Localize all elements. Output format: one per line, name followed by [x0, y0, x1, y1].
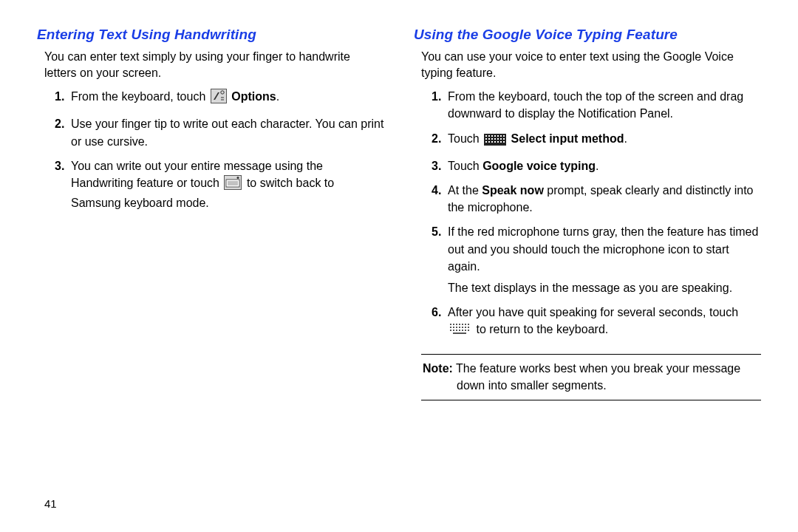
- step-text: Touch: [448, 132, 482, 145]
- svg-rect-40: [453, 327, 454, 328]
- step-text: From the keyboard, touch: [71, 90, 209, 103]
- list-item: 2. Use your finger tip to write out each…: [55, 115, 384, 149]
- svg-rect-12: [488, 135, 490, 137]
- svg-rect-19: [488, 138, 490, 140]
- step-bold: Options: [228, 90, 276, 103]
- svg-rect-34: [456, 324, 457, 325]
- steps-list: 1. From the keyboard, touch Options. 2. …: [55, 88, 384, 211]
- svg-rect-44: [465, 327, 466, 328]
- svg-rect-50: [462, 330, 463, 331]
- step-text: At the: [448, 184, 482, 197]
- step-tail: .: [624, 132, 627, 145]
- svg-rect-15: [497, 135, 499, 137]
- keyboard-mode-icon: [224, 175, 242, 194]
- step-text: After you have quit speaking for several…: [448, 306, 738, 318]
- step-body: Touch Select input method.: [448, 132, 627, 145]
- step-body: Use your finger tip to write out each ch…: [71, 117, 383, 147]
- list-item: 3. You can write out your entire message…: [55, 157, 384, 212]
- svg-rect-18: [485, 138, 487, 140]
- step-body: After you have quit speaking for several…: [448, 306, 738, 335]
- list-item: 3. Touch Google voice typing.: [432, 157, 761, 174]
- two-column-layout: Entering Text Using Handwriting You can …: [37, 27, 761, 475]
- page-number: 41: [37, 475, 761, 510]
- svg-rect-22: [497, 138, 499, 140]
- step-number: 1.: [55, 88, 64, 105]
- svg-rect-33: [453, 324, 454, 325]
- step-body: From the keyboard, touch Options.: [71, 90, 279, 103]
- list-item: 1. From the keyboard, touch Options.: [55, 88, 384, 108]
- svg-rect-38: [468, 324, 469, 325]
- step-number: 1.: [432, 88, 441, 105]
- svg-rect-52: [468, 330, 469, 331]
- step-bold: Google voice typing: [482, 160, 596, 172]
- list-item: 1. From the keyboard, touch the top of t…: [432, 88, 761, 122]
- step-number: 2.: [432, 130, 441, 147]
- step-number: 2.: [55, 115, 64, 132]
- svg-rect-14: [494, 135, 496, 137]
- svg-rect-39: [450, 327, 451, 328]
- list-item: 5. If the red microphone turns gray, the…: [432, 223, 761, 296]
- step-number: 3.: [55, 157, 64, 174]
- svg-rect-0: [211, 89, 226, 103]
- note-label: Note:: [423, 362, 453, 375]
- step-body: If the red microphone turns gray, then t…: [448, 225, 758, 272]
- step-number: 6.: [432, 304, 441, 321]
- svg-rect-31: [503, 141, 505, 143]
- svg-rect-24: [503, 138, 505, 140]
- svg-rect-23: [500, 138, 502, 140]
- left-column: Entering Text Using Handwriting You can …: [37, 27, 384, 475]
- svg-rect-35: [459, 324, 460, 325]
- svg-rect-46: [450, 330, 451, 331]
- svg-rect-27: [491, 141, 493, 143]
- svg-rect-20: [491, 138, 493, 140]
- svg-rect-17: [503, 135, 505, 137]
- svg-rect-11: [485, 135, 487, 137]
- step-bold: Speak now: [482, 184, 544, 197]
- step-number: 4.: [432, 182, 441, 199]
- step-body: From the keyboard, touch the top of the …: [448, 90, 743, 120]
- list-item: 2. Touch Select input method.: [432, 130, 761, 150]
- note-text: The feature works best when you break yo…: [453, 362, 740, 375]
- section-heading-voice: Using the Google Voice Typing Feature: [414, 27, 761, 43]
- svg-rect-51: [465, 330, 466, 331]
- note-first-line: Note: The feature works best when you br…: [423, 361, 760, 377]
- svg-rect-41: [456, 327, 457, 328]
- svg-rect-16: [500, 135, 502, 137]
- svg-rect-42: [459, 327, 460, 328]
- svg-rect-47: [453, 330, 454, 331]
- svg-rect-37: [465, 324, 466, 325]
- svg-rect-26: [488, 141, 490, 143]
- step-body: At the Speak now prompt, speak clearly a…: [448, 184, 754, 214]
- svg-rect-48: [456, 330, 457, 331]
- svg-rect-45: [468, 327, 469, 328]
- svg-rect-49: [459, 330, 460, 331]
- step-tail: .: [276, 90, 279, 103]
- step-body: Touch Google voice typing.: [448, 160, 599, 172]
- right-column: Using the Google Voice Typing Feature Yo…: [414, 27, 761, 475]
- step-bold: Select input method: [508, 132, 624, 145]
- intro-text: You can use your voice to enter text usi…: [421, 49, 761, 81]
- svg-rect-25: [485, 141, 487, 143]
- note-block: Note: The feature works best when you br…: [421, 354, 761, 400]
- manual-page: Entering Text Using Handwriting You can …: [0, 0, 798, 532]
- note-continuation: down into smaller segments.: [423, 378, 760, 394]
- step-number: 5.: [432, 223, 441, 240]
- svg-rect-43: [462, 327, 463, 328]
- list-item: 4. At the Speak now prompt, speak clearl…: [432, 182, 761, 216]
- svg-rect-53: [453, 332, 466, 334]
- intro-text: You can enter text simply by using your …: [44, 49, 384, 81]
- svg-rect-28: [494, 141, 496, 143]
- svg-rect-29: [497, 141, 499, 143]
- step-extra: The text displays in the message as you …: [448, 279, 761, 296]
- svg-rect-30: [500, 141, 502, 143]
- step-tail: .: [596, 160, 598, 172]
- svg-rect-36: [462, 324, 463, 325]
- step-text: Touch: [448, 160, 482, 172]
- section-heading-handwriting: Entering Text Using Handwriting: [37, 27, 384, 43]
- step-text: to return to the keyboard.: [473, 323, 608, 335]
- svg-rect-32: [450, 324, 451, 325]
- svg-rect-13: [491, 135, 493, 137]
- step-number: 3.: [432, 157, 441, 174]
- step-body: You can write out your entire message us…: [71, 160, 334, 209]
- handwriting-options-icon: [211, 89, 227, 108]
